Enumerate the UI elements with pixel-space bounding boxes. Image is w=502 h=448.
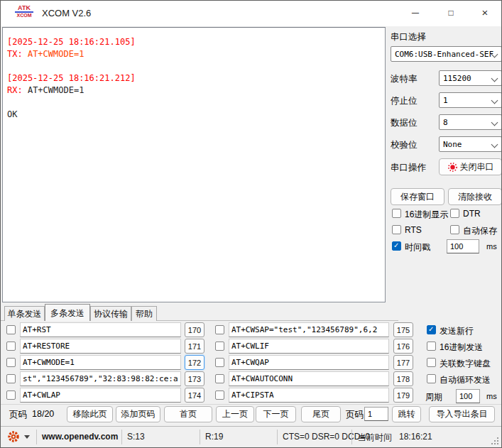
port-select-label: 串口选择 bbox=[391, 31, 426, 43]
page-number-value: 18/20 bbox=[32, 409, 54, 419]
maximize-button[interactable]: □ bbox=[435, 1, 467, 25]
send-row-checkbox[interactable] bbox=[6, 358, 16, 367]
period-label: 周期 bbox=[425, 391, 442, 403]
received-count: R:19 bbox=[205, 432, 223, 442]
window-title: XCOM V2.6 bbox=[42, 8, 91, 18]
send-row-button[interactable]: 172 bbox=[185, 355, 204, 370]
send-row-checkbox[interactable] bbox=[215, 325, 224, 334]
timestamp-line: [2025-12-25 18:16:21.105] bbox=[7, 36, 381, 48]
databits-select[interactable]: 8 bbox=[439, 114, 502, 130]
tx-line: TX: AT+CWMODE=1 bbox=[7, 48, 381, 60]
send-command-input[interactable] bbox=[229, 322, 389, 337]
clear-receive-button[interactable]: 清除接收 bbox=[448, 188, 502, 205]
send-command-input[interactable] bbox=[229, 355, 389, 370]
numpad-link-label: 关联数字键盘 bbox=[440, 358, 491, 370]
current-time-label: 当前时间 bbox=[358, 432, 392, 444]
hex-send-checkbox[interactable] bbox=[427, 342, 436, 351]
auto-save-label: 自动保存 bbox=[463, 225, 497, 237]
hex-display-checkbox[interactable] bbox=[392, 209, 401, 218]
page-number-label: 页码 bbox=[9, 409, 27, 421]
send-row-checkbox[interactable] bbox=[215, 358, 224, 367]
send-row-button[interactable]: 177 bbox=[393, 355, 413, 370]
send-command-input[interactable] bbox=[20, 355, 181, 370]
period-ms-label: ms bbox=[486, 392, 497, 400]
import-export-button[interactable]: 导入导出条目 bbox=[429, 406, 495, 422]
rts-label: RTS bbox=[405, 225, 422, 235]
gear-menu-arrow-icon[interactable] bbox=[24, 435, 30, 439]
tab-multi-send[interactable]: 多条发送 bbox=[45, 304, 90, 321]
goto-page-label: 页码 bbox=[346, 409, 364, 421]
send-row-checkbox[interactable] bbox=[6, 390, 16, 400]
period-input[interactable] bbox=[456, 389, 480, 403]
send-row-checkbox[interactable] bbox=[215, 374, 224, 383]
stopbits-label: 停止位 bbox=[391, 95, 418, 107]
save-window-button[interactable]: 保存窗口 bbox=[391, 188, 444, 205]
auto-loop-checkbox[interactable] bbox=[427, 374, 436, 383]
signal-states: CTS=0 DSR=0 DCD=0 bbox=[283, 432, 370, 442]
chevron-down-icon bbox=[491, 119, 498, 126]
close-port-button[interactable]: 关闭串口 bbox=[439, 158, 502, 175]
minimize-button[interactable]: ─ bbox=[399, 1, 432, 25]
chevron-down-icon bbox=[491, 75, 498, 82]
send-command-input[interactable] bbox=[229, 371, 389, 386]
xcom-window: ATK XCOM XCOM V2.6 ─ □ × [2025-12-25 18:… bbox=[0, 0, 502, 448]
remove-page-button[interactable]: 移除此页 bbox=[67, 406, 113, 422]
send-row-button[interactable]: 179 bbox=[393, 388, 413, 403]
parity-select[interactable]: None bbox=[439, 136, 502, 152]
resize-grip[interactable] bbox=[491, 437, 498, 444]
send-row-button[interactable]: 178 bbox=[393, 371, 413, 386]
send-row-button[interactable]: 173 bbox=[185, 371, 204, 386]
send-row-checkbox[interactable] bbox=[215, 342, 224, 351]
titlebar[interactable]: ATK XCOM XCOM V2.6 ─ □ × bbox=[1, 1, 501, 26]
pager-divider bbox=[1, 404, 501, 405]
auto-loop-label: 自动循环发送 bbox=[440, 374, 491, 386]
send-row-button[interactable]: 170 bbox=[185, 322, 204, 337]
timestamp-label: 时间戳 bbox=[405, 241, 430, 253]
send-command-input[interactable] bbox=[229, 388, 389, 403]
send-row-checkbox[interactable] bbox=[6, 374, 16, 383]
send-command-input[interactable] bbox=[20, 388, 181, 403]
tab-protocol[interactable]: 协议传输 bbox=[90, 306, 131, 321]
last-page-button[interactable]: 尾页 bbox=[301, 406, 341, 422]
send-command-input[interactable] bbox=[20, 339, 181, 354]
send-command-input[interactable] bbox=[229, 339, 389, 354]
send-row-button[interactable]: 171 bbox=[185, 339, 204, 354]
auto-save-checkbox[interactable] bbox=[450, 225, 459, 234]
send-command-input[interactable] bbox=[20, 371, 181, 386]
timestamp-checkbox[interactable] bbox=[392, 241, 401, 251]
add-page-button[interactable]: 添加页码 bbox=[116, 406, 160, 422]
goto-page-input[interactable] bbox=[364, 407, 388, 421]
baud-select[interactable]: 115200 bbox=[439, 70, 502, 86]
port-select[interactable]: COM6:USB-Enhanced-SEF bbox=[391, 46, 502, 62]
numpad-link-checkbox[interactable] bbox=[427, 358, 436, 367]
send-command-input[interactable] bbox=[20, 322, 181, 337]
tab-single-send[interactable]: 单条发送 bbox=[4, 306, 45, 321]
next-page-button[interactable]: 下一页 bbox=[256, 406, 296, 422]
website-text: www.openedv.com bbox=[42, 432, 118, 442]
first-page-button[interactable]: 首页 bbox=[164, 406, 212, 422]
stopbits-select[interactable]: 1 bbox=[439, 92, 502, 108]
tab-help[interactable]: 帮助 bbox=[131, 306, 157, 321]
hex-send-label: 16进制发送 bbox=[440, 342, 483, 354]
timestamp-interval-input[interactable] bbox=[447, 239, 479, 253]
send-row-checkbox[interactable] bbox=[6, 342, 16, 351]
close-button[interactable]: × bbox=[469, 1, 501, 25]
gear-icon[interactable] bbox=[7, 430, 20, 443]
receive-area[interactable]: [2025-12-25 18:16:21.105] TX: AT+CWMODE=… bbox=[2, 27, 386, 302]
rts-checkbox[interactable] bbox=[392, 225, 401, 234]
send-row-checkbox[interactable] bbox=[215, 390, 224, 400]
send-newline-checkbox[interactable] bbox=[427, 325, 436, 334]
ok-line: OK bbox=[7, 109, 381, 121]
send-row-button[interactable]: 175 bbox=[393, 322, 413, 337]
serial-op-label: 串口操作 bbox=[391, 162, 426, 174]
send-row-button[interactable]: 174 bbox=[185, 388, 204, 403]
send-row-checkbox[interactable] bbox=[6, 325, 16, 334]
jump-button[interactable]: 跳转 bbox=[392, 406, 421, 422]
dtr-checkbox[interactable] bbox=[450, 209, 459, 218]
send-row-button[interactable]: 176 bbox=[393, 339, 413, 354]
serial-led-icon bbox=[447, 162, 458, 173]
timestamp-line: [2025-12-25 18:16:21.212] bbox=[7, 72, 381, 84]
hex-display-label: 16进制显示 bbox=[405, 209, 448, 221]
prev-page-button[interactable]: 上一页 bbox=[216, 406, 254, 422]
timestamp-ms-label: ms bbox=[486, 242, 497, 251]
